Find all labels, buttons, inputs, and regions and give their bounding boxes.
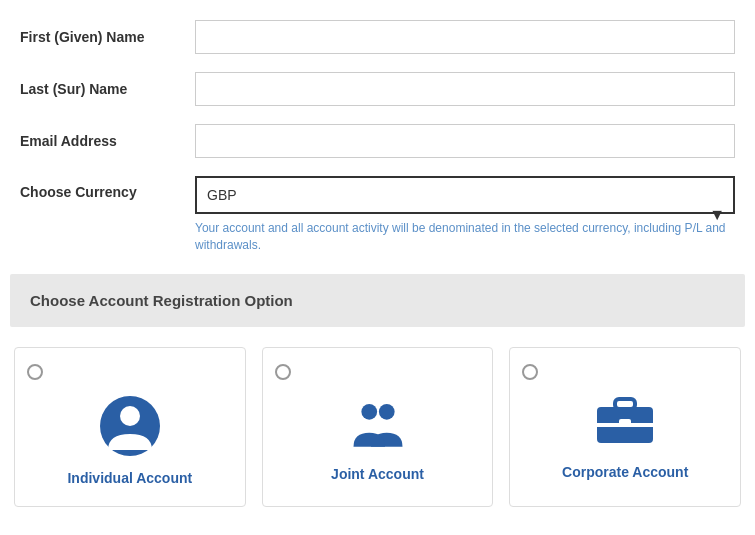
corporate-account-label: Corporate Account	[522, 464, 728, 480]
individual-account-card[interactable]: Individual Account	[14, 347, 246, 507]
email-row: Email Address	[20, 124, 735, 158]
individual-account-icon	[98, 394, 162, 458]
joint-account-icon	[343, 394, 413, 454]
svg-point-2	[378, 403, 394, 419]
individual-icon-area	[27, 394, 233, 458]
corporate-account-icon	[593, 394, 657, 452]
individual-radio[interactable]	[27, 364, 43, 380]
last-name-row: Last (Sur) Name	[20, 72, 735, 106]
joint-radio[interactable]	[275, 364, 291, 380]
currency-row: Choose Currency GBP USD EUR CHF JPY AUD …	[20, 176, 735, 254]
first-name-row: First (Given) Name	[20, 20, 735, 54]
joint-icon-area	[275, 394, 481, 454]
email-label: Email Address	[20, 133, 195, 149]
currency-wrapper: GBP USD EUR CHF JPY AUD CAD ▼ Your accou…	[195, 176, 735, 254]
corporate-icon-area	[522, 394, 728, 452]
last-name-input[interactable]	[195, 72, 735, 106]
account-cards-row: Individual Account Joint Account	[10, 347, 745, 507]
currency-hint: Your account and all account activity wi…	[195, 220, 735, 254]
corporate-radio[interactable]	[522, 364, 538, 380]
joint-account-label: Joint Account	[275, 466, 481, 482]
first-name-input[interactable]	[195, 20, 735, 54]
currency-label: Choose Currency	[20, 176, 195, 200]
last-name-label: Last (Sur) Name	[20, 81, 195, 97]
account-section-header: Choose Account Registration Option	[10, 274, 745, 327]
individual-account-label: Individual Account	[27, 470, 233, 486]
email-input[interactable]	[195, 124, 735, 158]
svg-point-1	[120, 406, 140, 426]
account-section-title: Choose Account Registration Option	[30, 292, 725, 309]
svg-point-3	[361, 403, 377, 419]
currency-select[interactable]: GBP USD EUR CHF JPY AUD CAD	[195, 176, 735, 214]
registration-form: First (Given) Name Last (Sur) Name Email…	[10, 20, 745, 254]
first-name-label: First (Given) Name	[20, 29, 195, 45]
joint-account-card[interactable]: Joint Account	[262, 347, 494, 507]
corporate-account-card[interactable]: Corporate Account	[509, 347, 741, 507]
svg-rect-7	[619, 419, 631, 427]
